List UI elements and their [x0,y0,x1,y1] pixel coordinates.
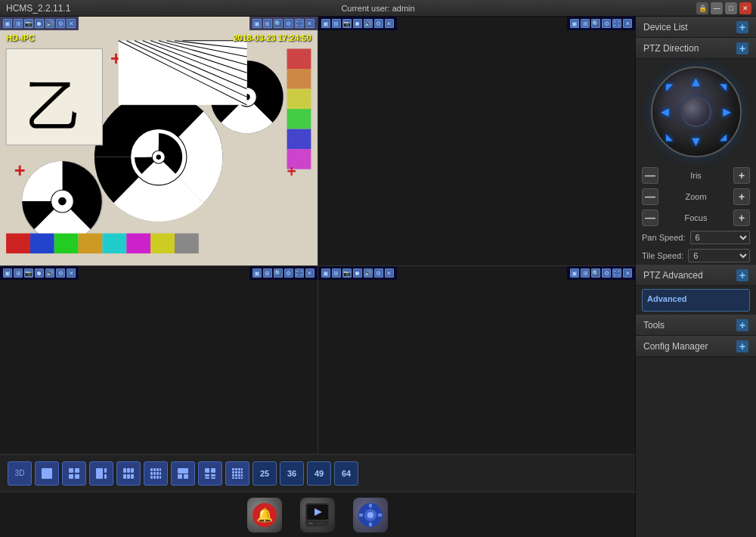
view-btn-3x3[interactable] [144,461,168,486]
ptz-downleft-button[interactable]: ◣ [666,132,673,142]
pan-speed-select[interactable]: 6 1 2 3 4 5 7 8 9 10 [690,231,751,244]
tb-icon-4[interactable]: ⏺ [35,19,44,28]
tb-icon-3-r5[interactable]: ⛶ [295,268,304,278]
playback-app-icon[interactable] [299,496,336,534]
tb-icon-3-3[interactable]: 📷 [24,268,33,278]
minimize-button[interactable]: — [711,2,723,14]
tb-icon-4-5[interactable]: 🔊 [364,268,373,278]
tb-icon-4-7[interactable]: ✕ [385,268,394,278]
tb-icon-3-r2[interactable]: ⊞ [263,268,272,278]
iris-minus-button[interactable]: — [642,167,658,184]
tb-icon-3-r4[interactable]: ⚙ [284,268,293,278]
ptz-direction-button[interactable]: PTZ Direction + [636,38,756,59]
tb-icon-3-r3[interactable]: 🔍 [274,268,283,278]
tb-icon-4-r5[interactable]: ⛶ [612,268,621,278]
tb-icon-4-r3[interactable]: 🔍 [591,268,600,278]
ptz-downright-button[interactable]: ◢ [720,132,727,142]
tb-icon-6[interactable]: ⚙ [56,19,65,28]
tb-icon-7[interactable]: ✕ [67,19,76,28]
tb-icon-4-1[interactable]: ▣ [321,268,330,278]
device-list-button[interactable]: Device List + [636,17,756,38]
tb-icon-2-r2[interactable]: ⊞ [581,19,590,28]
tb-icon-2-r1[interactable]: ▣ [570,19,579,28]
view-btn-2x2[interactable] [62,461,86,486]
tb-icon-r4[interactable]: ⚙ [284,19,293,28]
tb-icon-r3[interactable]: 🔍 [274,19,283,28]
tb-icon-4-6[interactable]: ⚙ [374,268,383,278]
tb-icon-2-2[interactable]: ⊞ [332,19,341,28]
iris-plus-button[interactable]: + [733,167,750,184]
ptz-down-button[interactable]: ▼ [689,134,703,150]
view-btn-49[interactable]: 49 [307,461,331,486]
tb-icon-1[interactable]: ▣ [3,19,12,28]
tb-icon-2-r3[interactable]: 🔍 [591,19,600,28]
settings-app-icon[interactable] [352,496,389,534]
svg-rect-44 [69,474,73,479]
ptz-advanced-button[interactable]: PTZ Advanced + [636,265,756,286]
tb-icon-r6[interactable]: ✕ [305,19,314,28]
tb-icon-5[interactable]: 🔊 [45,19,54,28]
tb-icon-3-r1[interactable]: ▣ [253,268,262,278]
ptz-center-button[interactable] [681,97,711,127]
tb-icon-4-3[interactable]: 📷 [342,268,352,278]
view-btn-64[interactable]: 64 [334,461,358,486]
ptz-upright-button[interactable]: ◥ [720,82,727,92]
focus-minus-button[interactable]: — [642,210,658,226]
view-btn-1x1[interactable] [35,461,59,486]
tb-icon-3-1[interactable]: ▣ [3,268,12,278]
tb-icon-4-r2[interactable]: ⊞ [581,268,590,278]
ptz-right-button[interactable]: ► [720,104,734,120]
focus-plus-button[interactable]: + [733,210,750,226]
tb-icon-2-3[interactable]: 📷 [342,19,352,28]
view-btn-custom2[interactable] [198,461,222,486]
svg-rect-73 [211,474,215,476]
tb-icon-2-r6[interactable]: ✕ [623,19,632,28]
view-btn-custom1[interactable] [171,461,195,486]
tb-icon-r5[interactable]: ⛶ [295,19,304,28]
tb-icon-2-6[interactable]: ⚙ [374,19,383,28]
tb-icon-4-r4[interactable]: ⚙ [602,268,611,278]
ptz-left-button[interactable]: ◄ [658,104,672,120]
view-btn-custom3[interactable] [225,461,249,486]
tb-icon-2-r5[interactable]: ⛶ [612,19,621,28]
tb-icon-3-6[interactable]: ⚙ [56,268,65,278]
tb-icon-4-2[interactable]: ⊞ [332,268,341,278]
view-btn-36[interactable]: 36 [280,461,304,486]
tb-icon-4-4[interactable]: ⏺ [353,268,362,278]
lock-button[interactable]: 🔒 [696,2,708,14]
ptz-upleft-button[interactable]: ◤ [666,82,673,92]
tb-icon-2-1[interactable]: ▣ [321,19,330,28]
tb-icon-2-7[interactable]: ✕ [385,19,394,28]
view-btn-25[interactable]: 25 [253,461,277,486]
tb-icon-r1[interactable]: ▣ [253,19,262,28]
video-panel-1[interactable]: ▣ ⊞ 📷 ⏺ 🔊 ⚙ ✕ ▣ ⊞ 🔍 ⚙ ⛶ ✕ [0,17,318,265]
tb-icon-3-2[interactable]: ⊞ [14,268,23,278]
view-btn-2x3[interactable] [116,461,141,486]
tb-icon-2-r4[interactable]: ⚙ [602,19,611,28]
tb-icon-3-5[interactable]: 🔊 [45,268,54,278]
video-panel-3[interactable]: ▣ ⊞ 📷 ⏺ 🔊 ⚙ ✕ ▣ ⊞ 🔍 ⚙ ⛶ ✕ [0,266,318,454]
config-manager-button[interactable]: Config Manager + [636,336,756,357]
zoom-plus-button[interactable]: + [733,188,750,205]
tb-icon-2-5[interactable]: 🔊 [364,19,373,28]
zoom-minus-button[interactable]: — [642,188,658,205]
video-panel-4[interactable]: ▣ ⊞ 📷 ⏺ 🔊 ⚙ ✕ ▣ ⊞ 🔍 ⚙ ⛶ ✕ [318,266,636,454]
tb-icon-4-r1[interactable]: ▣ [570,268,579,278]
tb-icon-r2[interactable]: ⊞ [263,19,272,28]
tb-icon-3-r6[interactable]: ✕ [305,268,314,278]
tb-icon-2[interactable]: ⊞ [14,19,23,28]
close-button[interactable]: ✕ [739,2,751,14]
tb-icon-4-r6[interactable]: ✕ [623,268,632,278]
tools-button[interactable]: Tools + [636,315,756,336]
tb-icon-3-7[interactable]: ✕ [67,268,76,278]
tb-icon-3-4[interactable]: ⏺ [35,268,44,278]
tile-speed-select[interactable]: 6 1 2 3 4 5 7 8 9 10 [688,249,750,262]
tb-icon-2-4[interactable]: ⏺ [353,19,362,28]
view-btn-3d[interactable]: 3D [8,461,32,486]
view-btn-1plus2[interactable] [89,461,113,486]
video-panel-2[interactable]: ▣ ⊞ 📷 ⏺ 🔊 ⚙ ✕ ▣ ⊞ 🔍 ⚙ ⛶ ✕ [318,17,636,265]
alarm-app-icon[interactable]: 🔔 [246,496,284,534]
restore-button[interactable]: □ [725,2,737,14]
tb-icon-3[interactable]: 📷 [24,19,33,28]
ptz-up-button[interactable]: ▲ [689,74,703,90]
